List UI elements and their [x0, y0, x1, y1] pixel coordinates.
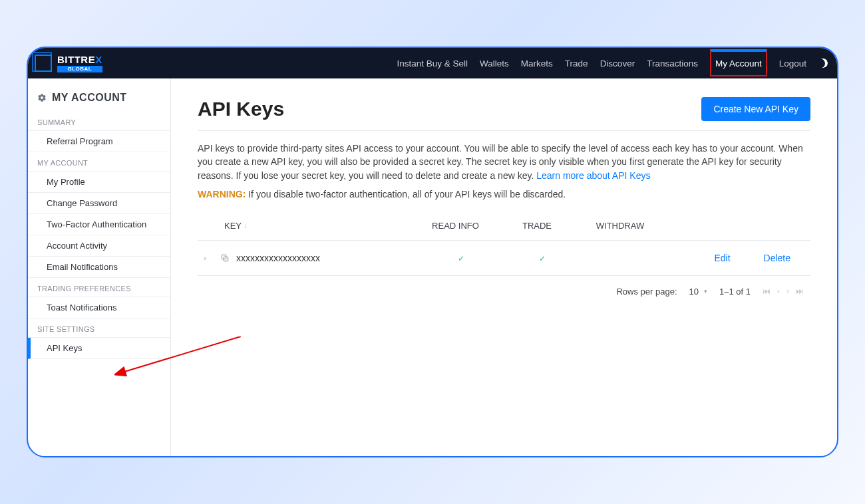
- page-title: API Keys: [198, 98, 284, 120]
- read-info-cell: ✓: [416, 253, 506, 263]
- page-first-icon[interactable]: ⏮: [763, 287, 771, 296]
- delete-button[interactable]: Delete: [764, 253, 790, 263]
- create-api-key-button[interactable]: Create New API Key: [701, 97, 810, 121]
- sidebar-item-email-notifications[interactable]: Email Notifications: [28, 257, 170, 278]
- main-nav: Instant Buy & SellWalletsMarketsTradeDis…: [397, 51, 828, 76]
- col-read[interactable]: READ INFO: [411, 221, 500, 231]
- copy-icon[interactable]: [220, 253, 230, 263]
- nav-instant-buy-sell[interactable]: Instant Buy & Sell: [397, 59, 468, 68]
- brand-text: BITTREX GLOBAL: [57, 55, 102, 72]
- dark-mode-icon[interactable]: [817, 57, 829, 69]
- gear-icon: [37, 93, 47, 102]
- col-trade[interactable]: TRADE: [500, 221, 574, 231]
- sidebar-item-change-password[interactable]: Change Password: [28, 193, 170, 214]
- page-header: API Keys Create New API Key: [198, 97, 810, 131]
- col-withdraw[interactable]: WITHDRAW: [574, 221, 667, 231]
- sidebar-item-toast-notifications[interactable]: Toast Notifications: [28, 297, 170, 318]
- logo-icon: [35, 55, 52, 72]
- nav-transactions[interactable]: Transactions: [647, 59, 698, 68]
- sidebar-item-two-factor-authentication[interactable]: Two-Factor Authentication: [28, 214, 170, 235]
- nav-trade[interactable]: Trade: [565, 59, 588, 68]
- table-body: ›xxxxxxxxxxxxxxxxxx✓✓EditDelete: [198, 241, 810, 276]
- nav-my-account[interactable]: My Account: [710, 49, 767, 76]
- nav-logout[interactable]: Logout: [779, 59, 806, 68]
- sidebar-title: MY ACCOUNT: [28, 92, 170, 112]
- expand-row-icon[interactable]: ›: [198, 254, 210, 262]
- table-row: ›xxxxxxxxxxxxxxxxxx✓✓EditDelete: [198, 241, 810, 276]
- col-key[interactable]: KEY↓: [224, 221, 411, 231]
- check-icon: ✓: [458, 254, 464, 263]
- api-key-value: xxxxxxxxxxxxxxxxxx: [236, 253, 409, 263]
- page-prev-icon[interactable]: ‹: [777, 287, 780, 296]
- nav-markets[interactable]: Markets: [521, 59, 553, 68]
- brand-logo[interactable]: BITTREX GLOBAL: [35, 55, 102, 72]
- sort-icon: ↓: [244, 222, 248, 229]
- sidebar-item-my-profile[interactable]: My Profile: [28, 172, 170, 193]
- rows-per-page-select[interactable]: 10 ▾: [689, 287, 707, 297]
- pagination: Rows per page: 10 ▾ 1–1 of 1 ⏮ ‹ › ⏭: [198, 276, 810, 297]
- warning-text: WARNING: If you disable two-factor authe…: [198, 189, 810, 211]
- nav-wallets[interactable]: Wallets: [480, 59, 509, 68]
- page-last-icon[interactable]: ⏭: [796, 287, 804, 296]
- page-range: 1–1 of 1: [719, 287, 751, 297]
- sidebar-group-label: MY ACCOUNT: [28, 152, 170, 172]
- sidebar-group-label: SUMMARY: [28, 112, 170, 131]
- sidebar-group-label: TRADING PREFERENCES: [28, 278, 170, 297]
- trade-cell: ✓: [506, 253, 579, 263]
- table-header: KEY↓ READ INFO TRADE WITHDRAW: [198, 211, 810, 241]
- nav-discover[interactable]: Discover: [600, 59, 635, 68]
- page-description: API keys to provide third-party sites AP…: [198, 131, 810, 189]
- page-next-icon[interactable]: ›: [786, 287, 789, 296]
- check-icon: ✓: [539, 254, 546, 263]
- main-panel: API Keys Create New API Key API keys to …: [171, 78, 837, 456]
- sidebar-group-label: SITE SETTINGS: [28, 318, 170, 338]
- sidebar: MY ACCOUNT SUMMARYReferral ProgramMY ACC…: [28, 78, 171, 456]
- sidebar-item-account-activity[interactable]: Account Activity: [28, 235, 170, 257]
- sidebar-item-api-keys[interactable]: API Keys: [28, 338, 170, 359]
- chevron-down-icon: ▾: [704, 288, 707, 295]
- top-nav-bar: BITTREX GLOBAL Instant Buy & SellWallets…: [28, 48, 837, 78]
- app-window: BITTREX GLOBAL Instant Buy & SellWallets…: [27, 47, 838, 457]
- sidebar-item-referral-program[interactable]: Referral Program: [28, 131, 170, 152]
- content-area: MY ACCOUNT SUMMARYReferral ProgramMY ACC…: [28, 78, 837, 456]
- learn-more-link[interactable]: Learn more about API Keys: [536, 170, 650, 181]
- rows-per-page-label: Rows per page:: [616, 287, 677, 297]
- edit-button[interactable]: Edit: [714, 253, 730, 263]
